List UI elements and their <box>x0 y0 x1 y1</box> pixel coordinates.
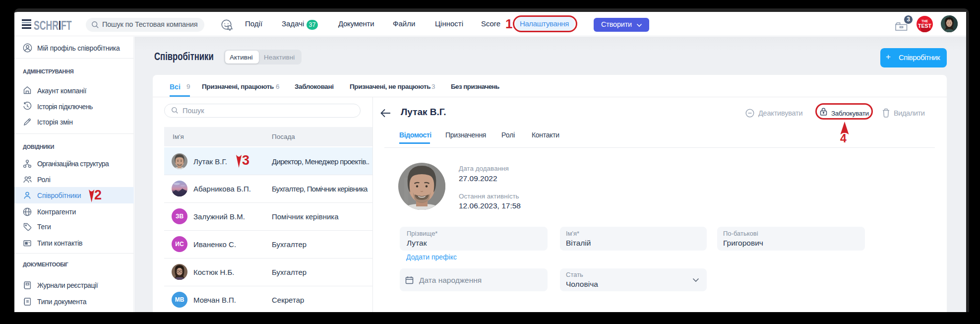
svg-text:TEST: TEST <box>918 23 931 29</box>
svg-text:THE: THE <box>921 19 928 23</box>
